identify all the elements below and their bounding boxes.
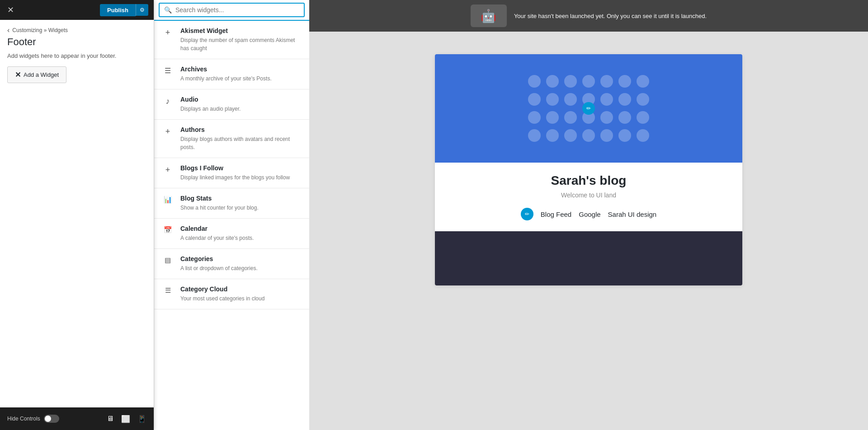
hide-controls-label: Hide Controls bbox=[7, 416, 40, 422]
blog-body: Sarah's blog Welcome to UI land ✏ Blog F… bbox=[435, 163, 742, 231]
blog-link-feed[interactable]: Blog Feed bbox=[541, 210, 571, 218]
dot bbox=[600, 93, 613, 106]
dot bbox=[528, 129, 541, 142]
widget-item-blog-stats[interactable]: 📊 Blog Stats Show a hit counter for your… bbox=[154, 188, 309, 219]
authors-desc: Display blogs authors with avatars and r… bbox=[180, 135, 302, 151]
blog-link-google[interactable]: Google bbox=[579, 210, 600, 218]
search-bar: 🔍 bbox=[154, 0, 309, 21]
dot bbox=[564, 129, 577, 142]
dot bbox=[618, 129, 631, 142]
blogs-follow-icon: + bbox=[161, 165, 174, 175]
audio-name: Audio bbox=[180, 96, 302, 103]
blog-stats-desc: Show a hit counter for your blog. bbox=[180, 204, 302, 212]
toggle-knob bbox=[45, 416, 51, 422]
dot bbox=[582, 75, 595, 88]
archives-icon: ☰ bbox=[161, 66, 174, 75]
notice-text: Your site hasn't been launched yet. Only… bbox=[514, 13, 707, 19]
search-input[interactable] bbox=[175, 6, 299, 14]
close-button[interactable]: ✕ bbox=[5, 3, 16, 17]
search-icon: 🔍 bbox=[164, 6, 172, 14]
page-title: Footer bbox=[7, 36, 146, 48]
authors-name: Authors bbox=[180, 126, 302, 133]
archives-desc: A monthly archive of your site's Posts. bbox=[180, 75, 302, 83]
dot bbox=[528, 75, 541, 88]
blog-links: ✏ Blog Feed Google Sarah UI design bbox=[449, 208, 728, 220]
notice-bar: 🤖 Your site hasn't been launched yet. On… bbox=[309, 0, 868, 32]
blog-link-sarah-ui[interactable]: Sarah UI design bbox=[608, 210, 657, 218]
categories-desc: A list or dropdown of categories. bbox=[180, 264, 302, 272]
widget-list: + Akismet Widget Display the number of s… bbox=[154, 21, 309, 430]
widget-item-blogs-i-follow[interactable]: + Blogs I Follow Display linked images f… bbox=[154, 158, 309, 188]
dot bbox=[637, 93, 649, 106]
mobile-icon[interactable]: 📱 bbox=[137, 415, 146, 423]
widget-item-authors[interactable]: + Authors Display blogs authors with ava… bbox=[154, 120, 309, 158]
back-arrow-icon: ‹ bbox=[7, 26, 9, 34]
panel-description: Add widgets here to appear in your foote… bbox=[0, 52, 154, 65]
dot bbox=[564, 111, 577, 124]
blog-stats-name: Blog Stats bbox=[180, 195, 302, 202]
search-input-wrap: 🔍 bbox=[159, 3, 305, 17]
widget-item-archives[interactable]: ☰ Archives A monthly archive of your sit… bbox=[154, 59, 309, 89]
header-image-edit-button[interactable]: ✏ bbox=[582, 102, 595, 115]
dot bbox=[582, 129, 595, 142]
publish-settings-button[interactable]: ⚙ bbox=[136, 4, 148, 16]
widget-item-category-cloud[interactable]: ☰ Category Cloud Your most used categori… bbox=[154, 279, 309, 309]
dot bbox=[637, 111, 649, 124]
dot bbox=[546, 93, 559, 106]
archives-name: Archives bbox=[180, 65, 302, 73]
categories-icon: ▤ bbox=[161, 256, 174, 264]
audio-desc: Displays an audio player. bbox=[180, 105, 302, 113]
blog-stats-icon: 📊 bbox=[161, 196, 174, 204]
bottom-bar: Hide Controls 🖥 ⬜ 📱 bbox=[0, 407, 154, 430]
blog-subtitle: Welcome to UI land bbox=[449, 192, 728, 199]
akismet-desc: Display the number of spam comments Akis… bbox=[180, 36, 302, 52]
desktop-icon[interactable]: 🖥 bbox=[107, 415, 114, 423]
calendar-icon: 📅 bbox=[161, 226, 174, 234]
dot bbox=[564, 75, 577, 88]
publish-group: Publish ⚙ bbox=[100, 4, 148, 16]
header-bar: ✕ Publish ⚙ bbox=[0, 0, 154, 20]
dot bbox=[600, 111, 613, 124]
hide-controls[interactable]: Hide Controls bbox=[7, 415, 59, 423]
widget-item-akismet[interactable]: + Akismet Widget Display the number of s… bbox=[154, 21, 309, 59]
widget-item-audio[interactable]: ♪ Audio Displays an audio player. bbox=[154, 89, 309, 120]
publish-button[interactable]: Publish bbox=[100, 4, 136, 16]
add-widget-button[interactable]: ✕ Add a Widget bbox=[7, 66, 66, 83]
add-widget-section: ✕ Add a Widget bbox=[0, 65, 154, 89]
widget-item-categories[interactable]: ▤ Categories A list or dropdown of categ… bbox=[154, 249, 309, 279]
x-icon: ✕ bbox=[15, 70, 21, 79]
dot bbox=[637, 75, 649, 88]
authors-icon: + bbox=[161, 127, 174, 136]
blogs-follow-name: Blogs I Follow bbox=[180, 164, 302, 172]
tablet-icon[interactable]: ⬜ bbox=[121, 415, 130, 423]
category-cloud-desc: Your most used categories in cloud bbox=[180, 294, 302, 303]
breadcrumb-area: ‹ Customizing » Widgets Footer bbox=[0, 20, 154, 52]
blog-title: Sarah's blog bbox=[449, 173, 728, 188]
dot bbox=[618, 111, 631, 124]
back-breadcrumb[interactable]: ‹ Customizing » Widgets bbox=[7, 26, 146, 34]
hide-controls-toggle[interactable] bbox=[44, 415, 59, 423]
dot bbox=[546, 129, 559, 142]
category-cloud-name: Category Cloud bbox=[180, 285, 302, 293]
akismet-name: Akismet Widget bbox=[180, 27, 302, 34]
blog-links-edit-button[interactable]: ✏ bbox=[521, 208, 533, 220]
blog-header-image: ✏ bbox=[435, 54, 742, 163]
widget-item-calendar[interactable]: 📅 Calendar A calendar of your site's pos… bbox=[154, 219, 309, 249]
dot bbox=[528, 93, 541, 106]
device-icons: 🖥 ⬜ 📱 bbox=[107, 415, 146, 423]
widget-picker-panel: 🔍 + Akismet Widget Display the number of… bbox=[154, 0, 309, 430]
dot bbox=[600, 129, 613, 142]
categories-name: Categories bbox=[180, 255, 302, 262]
blog-preview-wrapper: ✏ Sarah's blog Welcome to UI land ✏ Blog… bbox=[309, 0, 868, 403]
category-cloud-icon: ☰ bbox=[161, 286, 174, 294]
breadcrumb-text: Customizing » Widgets bbox=[12, 27, 68, 33]
calendar-name: Calendar bbox=[180, 225, 302, 232]
dot bbox=[528, 111, 541, 124]
customizer-panel: ✕ Publish ⚙ ‹ Customizing » Widgets Foot… bbox=[0, 0, 154, 430]
blogs-follow-desc: Display linked images for the blogs you … bbox=[180, 173, 302, 182]
calendar-desc: A calendar of your site's posts. bbox=[180, 234, 302, 242]
blog-footer bbox=[435, 231, 742, 285]
preview-area: 🤖 Your site hasn't been launched yet. On… bbox=[309, 0, 868, 430]
dot bbox=[618, 75, 631, 88]
dot bbox=[618, 93, 631, 106]
